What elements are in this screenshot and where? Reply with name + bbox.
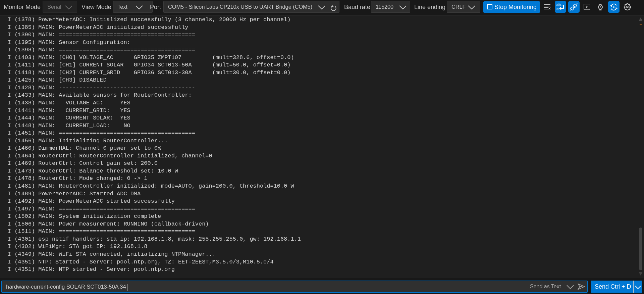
svg-text:ab: ab — [556, 3, 561, 7]
svg-text:c: c — [556, 7, 558, 11]
